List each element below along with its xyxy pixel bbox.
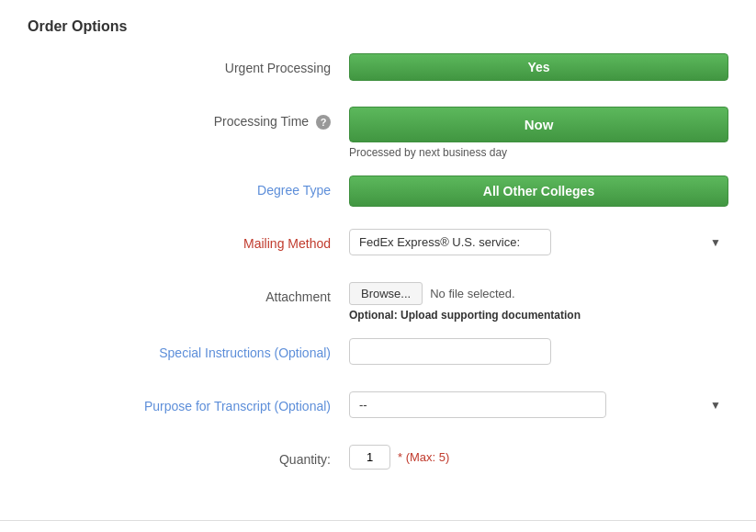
urgent-processing-control: Yes	[349, 53, 728, 81]
processing-time-hint: Processed by next business day	[349, 146, 728, 159]
degree-type-control: All Other Colleges	[349, 175, 728, 207]
processing-time-button[interactable]: Now	[349, 107, 728, 142]
special-instructions-label: Special Instructions (Optional)	[28, 338, 349, 360]
urgent-processing-button[interactable]: Yes	[349, 53, 728, 81]
browse-button[interactable]: Browse...	[349, 282, 423, 305]
attachment-label: Attachment	[28, 282, 349, 304]
quantity-row: Quantity: * (Max: 5)	[28, 445, 728, 481]
mailing-method-control: FedEx Express® U.S. service: Standard Ma…	[349, 229, 728, 255]
quantity-label: Quantity:	[28, 445, 349, 467]
processing-time-label: Processing Time ?	[28, 107, 349, 130]
special-instructions-control	[349, 338, 728, 365]
quantity-max-note: * (Max: 5)	[398, 450, 449, 464]
processing-time-control: Now Processed by next business day	[349, 107, 728, 159]
footer: Add Another Item Continue	[0, 520, 756, 532]
quantity-control: * (Max: 5)	[349, 445, 728, 470]
purpose-select[interactable]: -- Employment Graduate School Personal	[349, 391, 606, 418]
special-instructions-row: Special Instructions (Optional)	[28, 338, 728, 375]
urgent-processing-row: Urgent Processing Yes	[28, 53, 728, 90]
urgent-processing-label: Urgent Processing	[28, 53, 349, 75]
no-file-text: No file selected.	[430, 287, 515, 300]
purpose-for-transcript-row: Purpose for Transcript (Optional) -- Emp…	[28, 391, 728, 428]
page-title: Order Options	[28, 18, 728, 35]
mailing-method-label: Mailing Method	[28, 229, 349, 251]
purpose-select-wrapper: -- Employment Graduate School Personal ▼	[349, 391, 728, 418]
quantity-input[interactable]	[349, 445, 390, 470]
purpose-for-transcript-label: Purpose for Transcript (Optional)	[28, 391, 349, 413]
mailing-method-select-wrapper: FedEx Express® U.S. service: Standard Ma…	[349, 229, 728, 255]
processing-time-help-icon[interactable]: ?	[316, 115, 331, 130]
attachment-control: Browse... No file selected. Optional: Up…	[349, 282, 728, 322]
special-instructions-input[interactable]	[349, 338, 551, 365]
mailing-method-row: Mailing Method FedEx Express® U.S. servi…	[28, 229, 728, 266]
processing-time-row: Processing Time ? Now Processed by next …	[28, 107, 728, 159]
degree-type-label: Degree Type	[28, 175, 349, 198]
purpose-dropdown-icon: ▼	[710, 399, 721, 412]
mailing-method-dropdown-icon: ▼	[710, 236, 721, 249]
degree-type-row: Degree Type All Other Colleges	[28, 175, 728, 212]
upload-note: Optional: Upload supporting documentatio…	[349, 309, 728, 322]
degree-type-button[interactable]: All Other Colleges	[349, 175, 728, 207]
attachment-row: Attachment Browse... No file selected. O…	[28, 282, 728, 322]
purpose-for-transcript-control: -- Employment Graduate School Personal ▼	[349, 391, 728, 418]
mailing-method-select[interactable]: FedEx Express® U.S. service: Standard Ma…	[349, 229, 551, 255]
